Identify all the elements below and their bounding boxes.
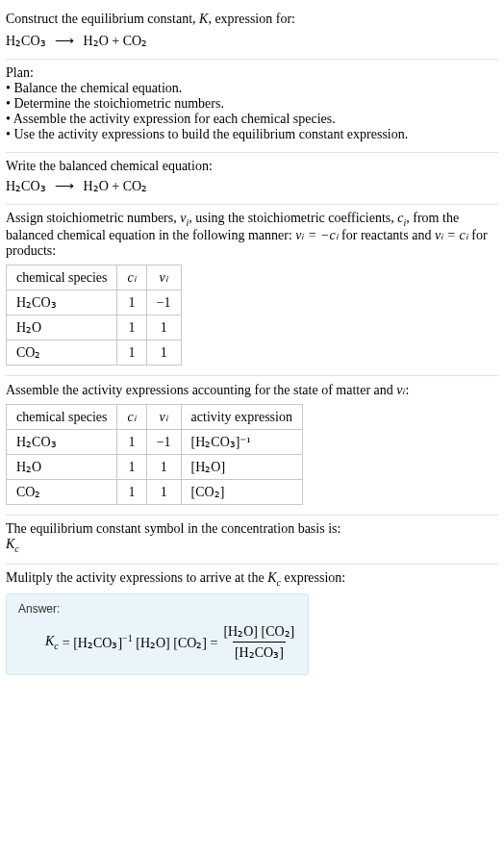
cell-species: H₂CO₃	[7, 290, 117, 315]
plan-section: Plan: • Balance the chemical equation. •…	[6, 60, 498, 152]
plan-item: • Determine the stoichiometric numbers.	[6, 96, 498, 112]
equation-rhs: H₂O + CO₂	[84, 34, 148, 48]
table-header-row: chemical species cᵢ νᵢ activity expressi…	[7, 405, 303, 430]
answer-eq1-exp: −1	[122, 633, 133, 643]
nu-symbol: νᵢ	[396, 383, 405, 397]
cell-ci: 1	[117, 340, 146, 365]
kc-symbol: Kc	[6, 537, 498, 554]
answer-K-sub: c	[54, 640, 58, 650]
prompt-text-a: Construct the equilibrium constant,	[6, 12, 199, 26]
activity-intro-a: Assemble the activity expressions accoun…	[6, 383, 396, 397]
prompt-K: K	[199, 12, 208, 26]
stoich-intro-b: , using the stoichiometric coefficients,	[189, 211, 397, 225]
cell-nui: 1	[146, 480, 181, 505]
multiply-section: Mulitply the activity expressions to arr…	[6, 565, 498, 685]
cell-species: H₂CO₃	[7, 430, 117, 455]
plan-item: • Assemble the activity expression for e…	[6, 112, 498, 127]
cell-species: CO₂	[7, 340, 117, 365]
prompt-line: Construct the equilibrium constant, K, e…	[6, 10, 498, 29]
rule-prod: νᵢ = cᵢ	[435, 228, 468, 242]
prompt-text-b: , expression for:	[208, 12, 295, 26]
balanced-equation: H₂CO₃ ⟶ H₂O + CO₂	[6, 178, 498, 194]
table-row: CO₂ 1 1 [CO₂]	[7, 480, 303, 505]
header-species: chemical species	[7, 265, 117, 290]
multiply-line: Mulitply the activity expressions to arr…	[6, 570, 498, 588]
cell-expr: [H₂O]	[181, 455, 302, 480]
plan-item: • Balance the chemical equation.	[6, 81, 498, 96]
cell-ci: 1	[117, 430, 146, 455]
stoich-intro: Assign stoichiometric numbers, νi, using…	[6, 211, 498, 260]
activity-table: chemical species cᵢ νᵢ activity expressi…	[6, 404, 303, 505]
multiply-a: Mulitply the activity expressions to arr…	[6, 570, 267, 585]
cell-expr: [H₂CO₃]⁻¹	[181, 430, 302, 455]
answer-eq1-a: = [H₂CO₃]	[63, 636, 122, 650]
rule-react: νᵢ = −cᵢ	[295, 228, 338, 242]
balanced-intro: Write the balanced chemical equation:	[6, 159, 498, 174]
table-header-row: chemical species cᵢ νᵢ	[7, 265, 182, 290]
answer-eq1: = [H₂CO₃]−1 [H₂O] [CO₂] =	[63, 633, 218, 651]
reaction-arrow-icon: ⟶	[49, 33, 80, 49]
page-root: Construct the equilibrium constant, K, e…	[0, 0, 504, 689]
basis-line: The equilibrium constant symbol in the c…	[6, 521, 498, 537]
cell-nui: 1	[146, 315, 181, 340]
basis-section: The equilibrium constant symbol in the c…	[6, 516, 498, 564]
cell-ci: 1	[117, 480, 146, 505]
equation-lhs: H₂CO₃	[6, 179, 46, 193]
table-row: H₂O 1 1 [H₂O]	[7, 455, 303, 480]
header-expr: activity expression	[181, 405, 302, 430]
header-ci: cᵢ	[117, 265, 146, 290]
fraction-denominator: [H₂CO₃]	[233, 642, 286, 661]
table-row: H₂CO₃ 1 −1	[7, 290, 182, 315]
activity-intro-b: :	[406, 383, 410, 397]
stoich-table: chemical species cᵢ νᵢ H₂CO₃ 1 −1 H₂O 1 …	[6, 265, 182, 365]
cell-species: H₂O	[7, 455, 117, 480]
answer-kc: Kc	[45, 634, 59, 651]
multiply-b: expression:	[281, 570, 345, 585]
cell-ci: 1	[117, 290, 146, 315]
multiply-K: K	[267, 570, 276, 585]
cell-expr: [CO₂]	[181, 480, 302, 505]
kc-K: K	[6, 537, 14, 551]
header-nui: νᵢ	[146, 405, 181, 430]
answer-fraction: [H₂O] [CO₂] [H₂CO₃]	[221, 623, 296, 661]
stoich-section: Assign stoichiometric numbers, νi, using…	[6, 205, 498, 376]
answer-eq1-b: [H₂O] [CO₂] =	[133, 636, 218, 650]
answer-box: Answer: Kc = [H₂CO₃]−1 [H₂O] [CO₂] = [H₂…	[6, 593, 309, 675]
cell-species: H₂O	[7, 315, 117, 340]
answer-K: K	[45, 634, 54, 648]
plan-item: • Use the activity expressions to build …	[6, 127, 498, 142]
stoich-intro-d: for reactants and	[339, 228, 435, 242]
answer-equation: Kc = [H₂CO₃]−1 [H₂O] [CO₂] = [H₂O] [CO₂]…	[18, 623, 296, 661]
reaction-arrow-icon: ⟶	[49, 178, 80, 194]
header-ci: cᵢ	[117, 405, 146, 430]
balanced-section: Write the balanced chemical equation: H₂…	[6, 153, 498, 204]
cell-nui: −1	[146, 290, 181, 315]
plan-title: Plan:	[6, 65, 498, 81]
header-species: chemical species	[7, 405, 117, 430]
activity-section: Assemble the activity expressions accoun…	[6, 376, 498, 515]
kc-sub: c	[14, 543, 18, 554]
table-row: CO₂ 1 1	[7, 340, 182, 365]
equation-lhs: H₂CO₃	[6, 34, 46, 48]
prompt-equation: H₂CO₃ ⟶ H₂O + CO₂	[6, 33, 498, 49]
equation-rhs: H₂O + CO₂	[84, 179, 148, 193]
stoich-intro-a: Assign stoichiometric numbers,	[6, 211, 180, 225]
cell-nui: 1	[146, 455, 181, 480]
answer-label: Answer:	[18, 602, 296, 616]
table-row: H₂CO₃ 1 −1 [H₂CO₃]⁻¹	[7, 430, 303, 455]
cell-nui: 1	[146, 340, 181, 365]
activity-intro: Assemble the activity expressions accoun…	[6, 382, 498, 398]
cell-nui: −1	[146, 430, 181, 455]
cell-ci: 1	[117, 455, 146, 480]
cell-species: CO₂	[7, 480, 117, 505]
prompt-section: Construct the equilibrium constant, K, e…	[6, 4, 498, 59]
fraction-numerator: [H₂O] [CO₂]	[221, 623, 296, 642]
cell-ci: 1	[117, 315, 146, 340]
table-row: H₂O 1 1	[7, 315, 182, 340]
header-nui: νᵢ	[146, 265, 181, 290]
